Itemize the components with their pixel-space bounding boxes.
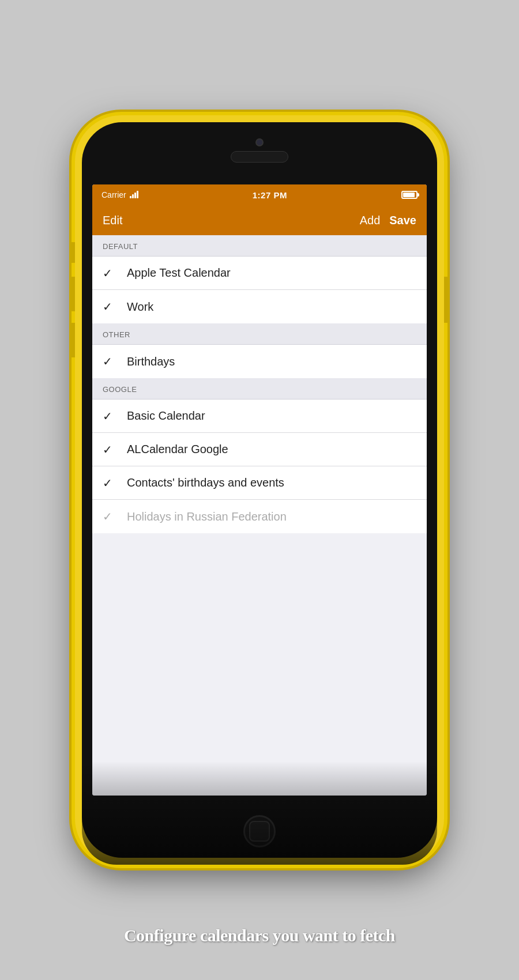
status-left: Carrier <box>101 190 138 199</box>
calendar-item-label: ALCalendar Google <box>127 443 228 456</box>
list-item[interactable]: ✓Contacts' birthdays and events <box>92 466 427 500</box>
screen: Carrier 1:27 PM Edit <box>92 184 427 796</box>
add-button[interactable]: Add <box>360 214 381 227</box>
edit-button[interactable]: Edit <box>103 214 122 227</box>
calendar-item-label: Apple Test Calendar <box>127 266 231 280</box>
section-header-default: DEFAULT <box>92 235 427 257</box>
calendar-item-label: Work <box>127 300 153 314</box>
battery-indicator <box>401 191 418 199</box>
section-items-other: ✓Birthdays <box>92 345 427 378</box>
caption-text: Configure calendars you want to fetch <box>124 926 395 945</box>
check-icon: ✓ <box>103 300 119 314</box>
list-item[interactable]: ✓Work <box>92 290 427 323</box>
calendar-item-label: Holidays in Russian Federation <box>127 510 287 523</box>
nav-actions: Add Save <box>360 214 416 227</box>
home-button-inner <box>249 821 270 842</box>
status-bar: Carrier 1:27 PM <box>92 184 427 205</box>
section-header-label-google: GOOGLE <box>103 385 137 394</box>
check-icon: ✓ <box>103 409 119 423</box>
check-icon: ✓ <box>103 510 119 523</box>
power-button[interactable] <box>444 277 449 323</box>
section-items-default: ✓Apple Test Calendar✓Work <box>92 257 427 323</box>
phone-top-area <box>231 138 288 163</box>
content: DEFAULT✓Apple Test Calendar✓WorkOTHER✓Bi… <box>92 235 427 796</box>
carrier-label: Carrier <box>101 190 126 199</box>
time-display: 1:27 PM <box>253 190 287 200</box>
section-items-google: ✓Basic Calendar✓ALCalendar Google✓Contac… <box>92 399 427 533</box>
speaker <box>231 151 288 163</box>
list-item[interactable]: ✓ALCalendar Google <box>92 433 427 466</box>
phone-shell: Carrier 1:27 PM Edit <box>75 115 444 865</box>
check-icon: ✓ <box>103 355 119 368</box>
section-header-label-default: DEFAULT <box>103 242 138 251</box>
calendar-item-label: Contacts' birthdays and events <box>127 476 284 489</box>
list-item[interactable]: ✓Holidays in Russian Federation <box>92 500 427 533</box>
home-button[interactable] <box>243 815 276 847</box>
list-item[interactable]: ✓Birthdays <box>92 345 427 378</box>
battery-icon <box>401 191 418 199</box>
check-icon: ✓ <box>103 476 119 490</box>
section-header-label-other: OTHER <box>103 330 130 339</box>
wifi-icon <box>130 191 138 198</box>
nav-bar: Edit Add Save <box>92 205 427 235</box>
camera <box>255 138 264 146</box>
battery-fill <box>403 193 415 197</box>
scene: Carrier 1:27 PM Edit <box>0 0 519 980</box>
section-header-other: OTHER <box>92 323 427 345</box>
check-icon: ✓ <box>103 266 119 280</box>
list-item[interactable]: ✓Apple Test Calendar <box>92 257 427 290</box>
volume-down-button[interactable] <box>70 323 75 357</box>
check-icon: ✓ <box>103 443 119 457</box>
mute-button[interactable] <box>70 242 75 263</box>
section-header-google: GOOGLE <box>92 378 427 399</box>
calendar-item-label: Birthdays <box>127 355 175 368</box>
calendar-item-label: Basic Calendar <box>127 409 205 423</box>
list-item[interactable]: ✓Basic Calendar <box>92 399 427 433</box>
save-button[interactable]: Save <box>389 214 416 227</box>
volume-up-button[interactable] <box>70 277 75 311</box>
